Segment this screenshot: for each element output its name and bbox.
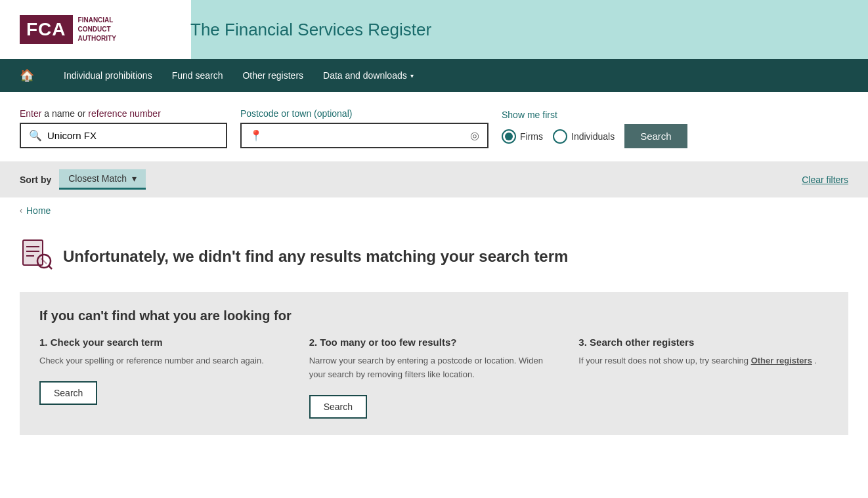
help-col1-title: 1. Check your search term [39,337,290,348]
radio-firms-circle[interactable] [502,129,516,144]
svg-line-6 [49,266,52,269]
search-row: Enter a name or reference number 🔍 Postc… [20,108,848,148]
name-search-field: Enter a name or reference number 🔍 [20,108,227,148]
location-search-field: Postcode or town (optional) 📍 ◎ [240,108,488,148]
sort-by-label: Sort by [20,175,51,185]
radio-group: Firms Individuals Search [502,124,687,148]
help-search-button-1[interactable]: Search [39,381,97,405]
sort-bar: Sort by Closest Match ▾ Clear filters [0,161,868,197]
help-column-1: 1. Check your search term Check your spe… [39,337,290,419]
breadcrumb: ‹ Home [0,197,868,224]
search-button[interactable]: Search [624,124,687,148]
gps-icon[interactable]: ◎ [470,129,479,142]
nav-item-fund-search[interactable]: Fund search [162,61,233,90]
main-content: Unfortunately, we didn't find any result… [0,224,868,448]
nav-item-individual-prohibitions[interactable]: Individual prohibitions [54,61,162,90]
no-results-text: Unfortunately, we didn't find any result… [63,247,568,266]
radio-individuals-label: Individuals [571,131,615,142]
fca-logo: FCA FINANCIAL CONDUCT AUTHORITY [20,15,116,44]
nav-item-data-downloads[interactable]: Data and downloads ▾ [313,61,423,90]
sort-chevron-down-icon: ▾ [132,173,137,184]
name-label: Enter a name or reference number [20,108,227,119]
location-pin-icon: 📍 [250,129,263,142]
help-columns: 1. Check your search term Check your spe… [39,337,829,419]
radio-firms-label: Firms [520,131,543,142]
no-results-header: Unfortunately, we didn't find any result… [20,237,848,276]
help-column-3: 3. Search other registers If your result… [578,337,829,419]
nav-bar: 🏠 Individual prohibitions Fund search Ot… [0,59,868,92]
sort-option-label: Closest Match [68,173,127,184]
fca-org-name: FINANCIAL CONDUCT AUTHORITY [78,16,116,43]
fca-acronym: FCA [20,15,73,44]
help-col2-text: Narrow your search by entering a postcod… [309,354,559,382]
location-input-wrapper: 📍 ◎ [240,123,488,148]
show-me-label: Show me first [502,110,687,120]
sort-dropdown[interactable]: Closest Match ▾ [59,169,146,190]
help-column-2: 2. Too many or too few results? Narrow y… [309,337,559,419]
page-title: The Financial Services Register [164,20,431,40]
help-col3-title: 3. Search other registers [578,337,829,348]
search-icon: 🔍 [29,129,42,142]
help-search-button-2[interactable]: Search [309,395,367,419]
clear-filters-link[interactable]: Clear filters [802,175,848,185]
breadcrumb-home-link[interactable]: Home [26,205,51,216]
breadcrumb-chevron-icon: ‹ [20,206,22,215]
nav-item-other-registers[interactable]: Other registers [232,61,313,90]
location-label: Postcode or town (optional) [240,108,488,119]
help-box: If you can't find what you are looking f… [20,292,848,435]
help-col3-text: If your result does not show up, try sea… [578,354,829,368]
help-col1-text: Check your spelling or reference number … [39,354,290,368]
logo-area: FCA FINANCIAL CONDUCT AUTHORITY [20,15,164,44]
radio-firms[interactable]: Firms [502,129,543,144]
other-registers-link[interactable]: Other registers [751,356,812,365]
no-results-icon [20,237,53,276]
radio-individuals-circle[interactable] [553,129,567,144]
header: FCA FINANCIAL CONDUCT AUTHORITY The Fina… [0,0,868,59]
radio-individuals[interactable]: Individuals [553,129,615,144]
home-nav-icon[interactable]: 🏠 [13,59,41,92]
help-col2-title: 2. Too many or too few results? [309,337,559,348]
sort-left: Sort by Closest Match ▾ [20,169,146,190]
name-search-input[interactable] [47,130,218,141]
show-me-section: Show me first Firms Individuals Search [502,110,687,148]
search-section: Enter a name or reference number 🔍 Postc… [0,92,868,161]
svg-rect-0 [23,240,43,265]
name-input-wrapper: 🔍 [20,123,227,148]
chevron-down-icon: ▾ [410,72,414,79]
location-input[interactable] [268,130,465,141]
help-box-title: If you can't find what you are looking f… [39,308,829,323]
